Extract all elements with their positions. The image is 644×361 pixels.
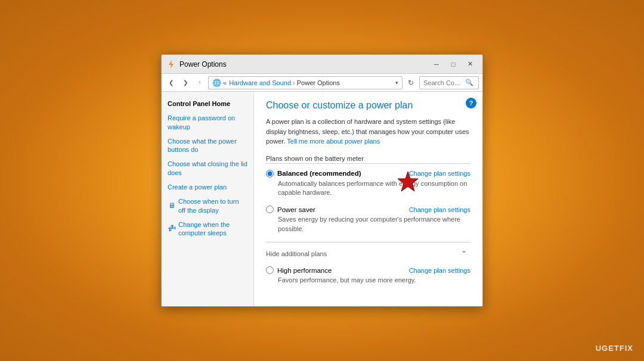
sidebar-item-create-plan[interactable]: Create a power plan — [162, 180, 253, 194]
page-title: Choose or customize a power plan — [266, 100, 470, 111]
balanced-plan-header: Balanced (recommended) Change plan setti… — [266, 170, 470, 178]
monitor-icon: 🖥 — [168, 202, 176, 210]
power-saver-change-link[interactable]: Change plan settings — [409, 206, 470, 213]
breadcrumb-arrows: « — [223, 79, 227, 86]
power-saver-description: Saves energy by reducing your computer's… — [278, 215, 470, 234]
sidebar-item-turn-off-display[interactable]: 🖥 Choose when to turn off the display — [162, 194, 253, 217]
power-saver-plan: Power saver Change plan settings Saves e… — [266, 206, 470, 234]
svg-marker-0 — [169, 60, 174, 69]
high-performance-change-link[interactable]: Change plan settings — [409, 267, 470, 274]
address-bar: ❮ ❯ ↑ 🌐 « Hardware and Sound › Power Opt… — [162, 74, 482, 92]
window-controls: ─ □ ✕ — [429, 58, 478, 70]
breadcrumb-hardware-sound[interactable]: Hardware and Sound — [229, 79, 291, 86]
sidebar: Control Panel Home Require a password on… — [162, 92, 254, 306]
close-button[interactable]: ✕ — [462, 58, 478, 70]
up-button[interactable]: ↑ — [194, 77, 206, 89]
sleep-icon: 💤 — [168, 225, 176, 233]
content-area: Control Panel Home Require a password on… — [162, 92, 482, 306]
power-options-window: Power Options ─ □ ✕ ❮ ❯ ↑ 🌐 « Hardware a… — [161, 54, 483, 307]
plans-section-header: Plans shown on the battery meter — [266, 155, 470, 164]
balanced-description: Automatically balances performance with … — [278, 179, 470, 198]
search-box: 🔍 — [419, 76, 479, 89]
window-title: Power Options — [179, 60, 429, 69]
help-button[interactable]: ? — [466, 98, 476, 108]
sidebar-item-power-buttons[interactable]: Choose what the power buttons do — [162, 134, 253, 157]
power-saver-radio[interactable] — [266, 206, 274, 213]
balanced-radio-label[interactable]: Balanced (recommended) — [266, 170, 361, 178]
window-icon — [166, 60, 176, 69]
maximize-button[interactable]: □ — [445, 58, 461, 70]
forward-button[interactable]: ❯ — [179, 77, 191, 89]
breadcrumb: 🌐 « Hardware and Sound › Power Options ▾ — [208, 76, 402, 89]
back-button[interactable]: ❮ — [165, 77, 177, 89]
high-performance-radio-label[interactable]: High performance — [266, 266, 332, 274]
balanced-change-link[interactable]: Change plan settings — [409, 170, 470, 177]
sidebar-item-require-password[interactable]: Require a password on wakeup — [162, 111, 253, 134]
balanced-label: Balanced (recommended) — [277, 170, 361, 177]
balanced-plan: Balanced (recommended) Change plan setti… — [266, 170, 470, 198]
breadcrumb-icon: 🌐 — [212, 79, 221, 87]
main-content: ? Choose or customize a power plan A pow… — [254, 92, 482, 306]
main-description: A power plan is a collection of hardware… — [266, 117, 470, 147]
tell-more-link[interactable]: Tell me more about power plans — [287, 138, 380, 145]
search-input[interactable] — [423, 79, 465, 86]
high-performance-radio[interactable] — [266, 266, 274, 274]
sidebar-header: Control Panel Home — [162, 97, 253, 111]
sidebar-item-closing-lid[interactable]: Choose what closing the lid does — [162, 157, 253, 180]
hide-additional-section: Hide additional plans ⌃ — [266, 242, 470, 260]
balanced-radio[interactable] — [266, 170, 274, 178]
high-performance-label: High performance — [277, 267, 332, 274]
breadcrumb-dropdown-button[interactable]: ▾ — [395, 80, 398, 86]
breadcrumb-power-options: Power Options — [297, 79, 340, 86]
plans-section-title: Plans shown on the battery meter — [266, 155, 470, 162]
title-bar: Power Options ─ □ ✕ — [162, 55, 482, 74]
refresh-button[interactable]: ↻ — [405, 77, 417, 89]
hide-additional-label: Hide additional plans — [266, 250, 457, 257]
power-saver-plan-header: Power saver Change plan settings — [266, 206, 470, 213]
search-icon: 🔍 — [465, 79, 473, 86]
breadcrumb-separator: › — [293, 79, 295, 86]
sidebar-item-computer-sleeps[interactable]: 💤 Change when the computer sleeps — [162, 217, 253, 241]
power-saver-radio-label[interactable]: Power saver — [266, 206, 315, 213]
watermark: UGETFIX — [596, 344, 633, 353]
hide-additional-button[interactable]: ⌃ — [457, 247, 470, 260]
minimize-button[interactable]: ─ — [429, 58, 444, 70]
high-performance-description: Favors performance, but may use more ene… — [278, 276, 470, 285]
power-saver-label: Power saver — [277, 206, 315, 213]
high-performance-plan: High performance Change plan settings Fa… — [266, 266, 470, 285]
high-performance-plan-header: High performance Change plan settings — [266, 266, 470, 274]
